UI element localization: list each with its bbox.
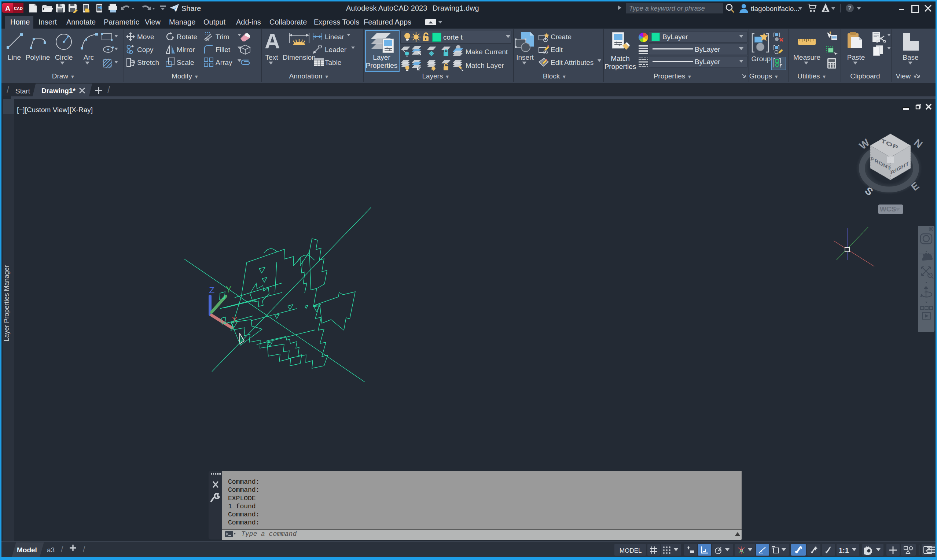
svg-text:WCS: WCS	[880, 205, 896, 213]
svg-text:?: ?	[848, 5, 852, 11]
svg-text:N: N	[912, 137, 925, 150]
svg-text:A: A	[5, 5, 10, 12]
svg-text:CAD: CAD	[14, 6, 23, 11]
